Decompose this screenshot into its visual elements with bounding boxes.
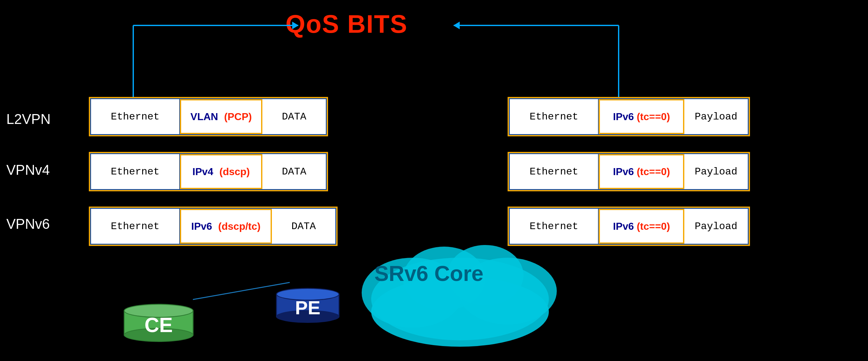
- ce-device: CE: [124, 304, 193, 342]
- l2vpn-left-packet: Ethernet VLAN (PCP) DATA: [89, 97, 328, 136]
- svg-point-5: [371, 277, 549, 347]
- l2vpn-right-packet: Ethernet IPv6 (tc==0) Payload: [507, 97, 750, 136]
- vpnv4-right-ipv6: IPv6 (tc==0): [599, 154, 684, 189]
- vpnv4-left-packet: Ethernet IPv4 (dscp) DATA: [89, 152, 328, 191]
- l2vpn-left-inner: Ethernet VLAN (PCP) DATA: [90, 98, 327, 135]
- vpnv6-left-ethernet: Ethernet: [91, 209, 180, 244]
- l2vpn-left-data: DATA: [262, 99, 326, 134]
- vpnv4-left-ipv4: IPv4 (dscp): [180, 154, 262, 189]
- pe-device: PE: [276, 288, 339, 323]
- l2vpn-left-ethernet: Ethernet: [91, 99, 180, 134]
- vpnv6-left-packet: Ethernet IPv6 (dscp/tc) DATA: [89, 206, 338, 246]
- ce-cylinder: CE: [124, 304, 193, 342]
- l2vpn-right-inner: Ethernet IPv6 (tc==0) Payload: [509, 98, 749, 135]
- srv6-cloud: SRv6 Core: [349, 229, 571, 352]
- main-container: QoS BITS L2VPN Ethernet VLAN (PCP) DATA …: [0, 0, 868, 361]
- vline-left: [133, 25, 134, 102]
- label-l2vpn: L2VPN: [6, 111, 51, 127]
- vline-right: [618, 25, 619, 102]
- vpnv6-right-payload: Payload: [684, 209, 748, 244]
- l2vpn-right-ipv6: IPv6 (tc==0): [599, 99, 684, 134]
- label-vpnv6: VPNv6: [6, 216, 50, 232]
- ce-pe-line: [193, 282, 290, 300]
- l2vpn-right-payload: Payload: [684, 99, 748, 134]
- ce-label: CE: [124, 313, 193, 337]
- vpnv4-right-ethernet: Ethernet: [510, 154, 599, 189]
- l2vpn-right-ethernet: Ethernet: [510, 99, 599, 134]
- cloud-svg: [349, 229, 571, 350]
- right-arrow: [454, 25, 619, 26]
- left-arrow: [133, 25, 298, 26]
- vpnv6-right-ipv6: IPv6 (tc==0): [599, 209, 684, 244]
- vpnv4-left-inner: Ethernet IPv4 (dscp) DATA: [90, 153, 327, 190]
- vpnv4-left-ethernet: Ethernet: [91, 154, 180, 189]
- vpnv4-right-inner: Ethernet IPv6 (tc==0) Payload: [509, 153, 749, 190]
- vpnv6-left-data: DATA: [272, 209, 335, 244]
- label-vpnv4: VPNv4: [6, 162, 50, 178]
- srv6-label: SRv6 Core: [374, 261, 484, 286]
- pe-label: PE: [276, 297, 339, 319]
- l2vpn-left-vlan: VLAN (PCP): [180, 99, 262, 134]
- vpnv4-right-packet: Ethernet IPv6 (tc==0) Payload: [507, 152, 750, 191]
- vpnv4-right-payload: Payload: [684, 154, 748, 189]
- vpnv6-left-ipv6: IPv6 (dscp/tc): [180, 209, 272, 244]
- vpnv4-left-data: DATA: [262, 154, 326, 189]
- vpnv6-left-inner: Ethernet IPv6 (dscp/tc) DATA: [90, 208, 336, 245]
- pe-cylinder: PE: [276, 288, 339, 323]
- qos-bits-title: QoS BITS: [285, 9, 408, 39]
